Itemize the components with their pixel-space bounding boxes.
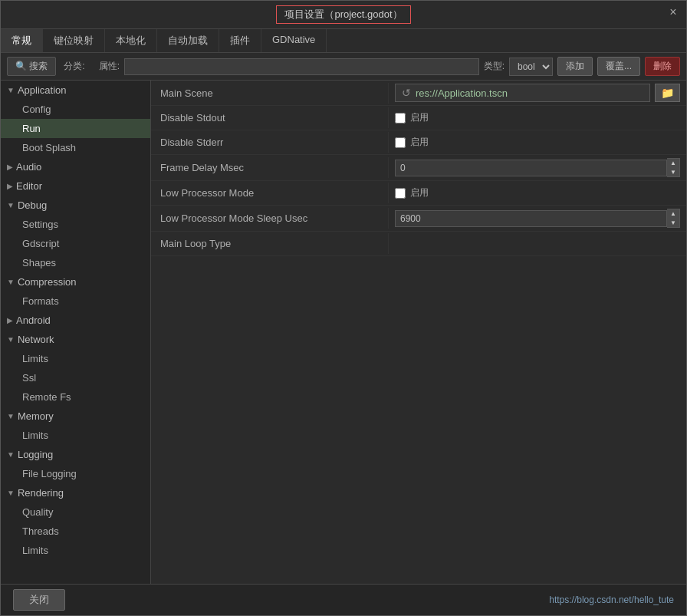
delete-button[interactable]: 删除 xyxy=(645,57,680,76)
prop-name-disable-stdout: Disable Stdout xyxy=(151,107,389,128)
prop-row-disable-stdout: Disable Stdout 启用 xyxy=(151,106,686,130)
sidebar-group-memory: ▼ Memory Limits xyxy=(1,407,150,445)
arrow-icon: ▼ xyxy=(7,86,15,94)
sidebar-item-gdscript[interactable]: Gdscript xyxy=(1,234,150,253)
spinner-down-frame-delay[interactable]: ▼ xyxy=(667,168,679,177)
sidebar-group-debug: ▼ Debug Settings Gdscript Shapes xyxy=(1,196,150,272)
tab-localization[interactable]: 本地化 xyxy=(105,29,157,52)
prop-row-disable-stderr: Disable Stderr 启用 xyxy=(151,130,686,155)
spinner-up-frame-delay[interactable]: ▲ xyxy=(667,159,679,168)
sidebar-group-header-editor[interactable]: ▶ Editor xyxy=(1,176,150,196)
tab-autoload[interactable]: 自动加载 xyxy=(157,29,219,52)
number-field-frame-delay: ▲ ▼ xyxy=(395,158,680,177)
sidebar-group-label-rendering: Rendering xyxy=(18,487,64,499)
category-label: 分类: xyxy=(64,60,84,73)
footer-link: https://blog.csdn.net/hello_tute xyxy=(549,595,674,605)
sidebar-group-label-memory: Memory xyxy=(18,410,54,422)
sidebar-group-label-logging: Logging xyxy=(18,449,53,460)
sidebar-group-header-compression[interactable]: ▼ Compression xyxy=(1,272,150,292)
sidebar-item-quality[interactable]: Quality xyxy=(1,502,150,522)
checkbox-text-stdout: 启用 xyxy=(410,111,429,124)
arrow-icon-audio: ▶ xyxy=(7,163,13,171)
sidebar-group-label-compression: Compression xyxy=(18,276,77,288)
reload-icon[interactable]: ↺ xyxy=(402,87,411,99)
prop-value-main-loop-type xyxy=(389,241,686,247)
sidebar-item-shapes[interactable]: Shapes xyxy=(1,253,150,272)
arrow-icon-android: ▶ xyxy=(7,316,13,324)
prop-name-main-loop-type: Main Loop Type xyxy=(151,233,389,254)
sidebar-item-boot-splash[interactable]: Boot Splash xyxy=(1,138,150,157)
number-input-sleep-usec[interactable] xyxy=(395,210,667,227)
sidebar-group-android: ▶ Android xyxy=(1,311,150,330)
sidebar-item-formats[interactable]: Formats xyxy=(1,292,150,311)
close-dialog-button[interactable]: 关闭 xyxy=(13,589,65,611)
arrow-icon-logging: ▼ xyxy=(7,450,15,459)
add-button[interactable]: 添加 xyxy=(557,57,593,76)
sidebar-group-header-android[interactable]: ▶ Android xyxy=(1,311,150,330)
tab-general[interactable]: 常规 xyxy=(1,29,43,52)
prop-value-sleep-usec: ▲ ▼ xyxy=(389,206,686,231)
sidebar-group-network: ▼ Network Limits Ssl Remote Fs xyxy=(1,330,150,407)
close-window-button[interactable]: × xyxy=(666,5,680,19)
sidebar-item-run[interactable]: Run xyxy=(1,119,150,138)
sidebar-item-settings[interactable]: Settings xyxy=(1,215,150,234)
sidebar-group-label-android: Android xyxy=(16,315,51,326)
checkbox-low-processor[interactable] xyxy=(395,188,406,199)
toolbar: 🔍 搜索 分类: 属性: 类型: bool 添加 覆盖... 删除 xyxy=(1,53,686,81)
spinner-down-sleep-usec[interactable]: ▼ xyxy=(667,219,679,228)
prop-value-disable-stdout: 启用 xyxy=(389,108,686,127)
prop-row-low-processor: Low Processor Mode 启用 xyxy=(151,181,686,206)
sidebar-item-file-logging[interactable]: File Logging xyxy=(1,464,150,483)
override-button[interactable]: 覆盖... xyxy=(597,57,640,76)
sidebar-group-header-rendering[interactable]: ▼ Rendering xyxy=(1,483,150,502)
prop-name-sleep-usec: Low Processor Mode Sleep Usec xyxy=(151,208,389,229)
arrow-icon-memory: ▼ xyxy=(7,412,15,420)
prop-name-frame-delay: Frame Delay Msec xyxy=(151,157,389,178)
spinner-up-sleep-usec[interactable]: ▲ xyxy=(667,209,679,219)
search-button[interactable]: 🔍 搜索 xyxy=(7,57,56,76)
prop-row-main-loop-type: Main Loop Type xyxy=(151,232,686,256)
sidebar-item-limits-network[interactable]: Limits xyxy=(1,349,150,368)
number-input-frame-delay[interactable] xyxy=(395,160,667,176)
window-title: 项目设置（project.godot） xyxy=(276,5,410,24)
tab-plugins[interactable]: 插件 xyxy=(219,29,261,52)
tab-keymapping[interactable]: 键位映射 xyxy=(43,29,105,52)
arrow-icon-editor: ▶ xyxy=(7,182,13,190)
sidebar-item-config[interactable]: Config xyxy=(1,100,150,119)
prop-value-low-processor: 启用 xyxy=(389,183,686,203)
sidebar-group-header-network[interactable]: ▼ Network xyxy=(1,330,150,349)
prop-value-main-scene: ↺ res://Application.tscn 📁 xyxy=(389,81,686,105)
arrow-icon-rendering: ▼ xyxy=(7,489,15,497)
sidebar-item-threads[interactable]: Threads xyxy=(1,522,150,541)
tab-gdnative[interactable]: GDNative xyxy=(261,29,327,52)
type-select[interactable]: bool xyxy=(509,58,553,76)
sidebar-group-label-application: Application xyxy=(18,84,67,96)
sidebar-group-label-editor: Editor xyxy=(16,180,42,192)
property-input[interactable] xyxy=(124,58,479,75)
sidebar-group-header-memory[interactable]: ▼ Memory xyxy=(1,407,150,426)
sidebar-item-limits-rendering[interactable]: Limits xyxy=(1,541,150,560)
prop-row-main-scene: Main Scene ↺ res://Application.tscn 📁 xyxy=(151,81,686,106)
arrow-icon-debug: ▼ xyxy=(7,201,15,209)
checkbox-disable-stderr[interactable] xyxy=(395,137,406,148)
sidebar-group-audio: ▶ Audio xyxy=(1,157,150,176)
checkbox-text-low-processor: 启用 xyxy=(410,186,429,199)
sidebar-item-remote-fs[interactable]: Remote Fs xyxy=(1,387,150,407)
footer: 关闭 https://blog.csdn.net/hello_tute xyxy=(1,584,686,615)
sidebar-group-header-audio[interactable]: ▶ Audio xyxy=(1,157,150,176)
checkbox-disable-stdout[interactable] xyxy=(395,113,406,124)
type-label: 类型: xyxy=(484,60,505,73)
browse-folder-button[interactable]: 📁 xyxy=(655,84,680,102)
sidebar-group-application: ▼ Application Config Run Boot Splash xyxy=(1,81,150,157)
sidebar-group-header-debug[interactable]: ▼ Debug xyxy=(1,196,150,215)
sidebar-item-ssl[interactable]: Ssl xyxy=(1,368,150,387)
sidebar-group-label-network: Network xyxy=(18,334,54,345)
prop-name-disable-stderr: Disable Stderr xyxy=(151,132,389,153)
checkbox-text-stderr: 启用 xyxy=(410,136,429,149)
spinner-sleep-usec: ▲ ▼ xyxy=(667,209,680,228)
sidebar-group-header-logging[interactable]: ▼ Logging xyxy=(1,445,150,464)
project-settings-window: 项目设置（project.godot） × 常规 键位映射 本地化 自动加载 插… xyxy=(0,0,687,616)
prop-name-main-scene: Main Scene xyxy=(151,83,389,104)
sidebar-item-limits-memory[interactable]: Limits xyxy=(1,426,150,445)
sidebar-group-header-application[interactable]: ▼ Application xyxy=(1,81,150,100)
